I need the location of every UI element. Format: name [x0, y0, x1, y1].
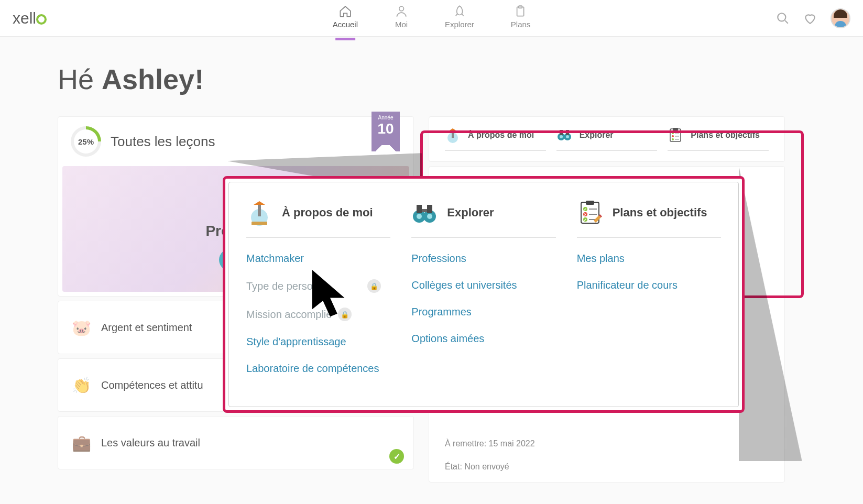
about-me-icon: [246, 200, 272, 226]
link-careers[interactable]: Professions: [411, 253, 555, 265]
tab-plans[interactable]: Plans et objectifs: [668, 127, 769, 151]
svg-point-25: [417, 214, 422, 219]
greeting-prefix: Hé: [58, 63, 102, 95]
binoculars-icon: [411, 200, 438, 226]
nav-plans-label: Plans: [511, 20, 531, 29]
callout-wedge: [739, 168, 802, 461]
heart-icon[interactable]: [803, 12, 817, 25]
main-nav: Accueil Moi Explorer Plans: [333, 5, 531, 32]
tab-label: Explorer: [580, 130, 614, 140]
binoculars-icon: [556, 127, 572, 143]
ribbon-year: 10: [372, 122, 400, 136]
tab-about[interactable]: À propos de moi: [445, 127, 546, 151]
link-my-plans[interactable]: Mes plans: [577, 253, 721, 265]
svg-text:✓: ✓: [584, 207, 587, 211]
tab-explore[interactable]: Explorer: [556, 127, 658, 151]
svg-point-26: [427, 214, 432, 219]
lesson-row-values[interactable]: 💼 Les valeurs au travail ✓: [58, 416, 414, 469]
logo: xell: [13, 9, 47, 27]
person-icon: [395, 5, 408, 18]
top-right: [776, 8, 850, 28]
lesson-label: Argent et sentiment: [101, 322, 192, 334]
rocket-icon: [453, 5, 466, 18]
about-me-icon: [445, 127, 461, 143]
svg-rect-5: [452, 129, 454, 138]
link-colleges[interactable]: Collèges et universités: [411, 279, 555, 291]
lock-icon: 🔒: [367, 279, 381, 293]
mega-heading: Plans et objectifs: [613, 206, 707, 220]
svg-rect-11: [566, 130, 569, 135]
nav-plans[interactable]: Plans: [511, 5, 531, 32]
mega-heading: Explorer: [447, 206, 494, 220]
ribbon-label: Année: [372, 115, 400, 120]
nav-me-label: Moi: [395, 20, 408, 29]
svg-point-14: [672, 132, 674, 134]
clap-icon: 👏: [71, 375, 92, 396]
svg-rect-22: [252, 222, 267, 225]
link-course-planner[interactable]: Planificateur de cours: [577, 279, 721, 291]
mega-col-plans: ✓✕✓ Plans et objectifs Mes plans Planifi…: [577, 200, 721, 389]
progress-ring: 25%: [71, 126, 101, 157]
status: État: Non envoyé: [429, 459, 784, 482]
svg-point-3: [778, 13, 785, 21]
svg-text:✓: ✓: [584, 218, 587, 222]
progress-pct: 25%: [78, 137, 94, 146]
avatar[interactable]: [831, 8, 850, 28]
logo-o-icon: [36, 14, 47, 25]
year-ribbon: Année 10: [372, 112, 400, 145]
link-learning-style[interactable]: Style d'apprentissage: [246, 336, 390, 348]
tabs-card: À propos de moi Explorer Plans et object…: [429, 116, 785, 162]
nav-explore-label: Explorer: [445, 20, 474, 29]
svg-point-8: [560, 135, 563, 138]
link-skills-lab[interactable]: Laboratoire de compétences: [246, 363, 390, 375]
tab-label: À propos de moi: [468, 130, 534, 140]
nav-home[interactable]: Accueil: [333, 5, 358, 32]
nav-explore[interactable]: Explorer: [445, 5, 474, 32]
link-personality[interactable]: Type de perso 🔒: [246, 279, 390, 293]
greeting: Hé Ashley!: [58, 63, 805, 95]
svg-text:✕: ✕: [584, 213, 587, 216]
clipboard-icon: [514, 5, 528, 18]
mega-col-explore: Explorer Professions Collèges et univers…: [411, 200, 555, 389]
checklist-icon: [668, 127, 683, 143]
svg-rect-29: [422, 209, 427, 212]
svg-rect-13: [673, 128, 678, 130]
greeting-name: Ashley: [102, 63, 194, 95]
lock-icon: 🔒: [338, 308, 352, 321]
due-date: À remettre: 15 mai 2022: [429, 429, 784, 459]
mega-col-about: À propos de moi Matchmaker Type de perso…: [246, 200, 390, 389]
svg-point-0: [399, 6, 404, 11]
lesson-label: Les valeurs au travail: [101, 437, 200, 449]
check-icon: ✓: [389, 449, 404, 464]
home-icon: [338, 5, 352, 18]
piggy-bank-icon: 🐷: [71, 317, 92, 338]
link-programs[interactable]: Programmes: [411, 306, 555, 318]
svg-rect-28: [427, 205, 432, 213]
lessons-title: Toutes les leçons: [111, 134, 215, 150]
link-liked[interactable]: Options aimées: [411, 333, 555, 345]
svg-point-9: [566, 135, 569, 138]
greeting-suffix: !: [194, 63, 204, 95]
link-mission[interactable]: Mission accomplie 🔒: [246, 308, 390, 321]
search-icon[interactable]: [776, 12, 790, 25]
svg-rect-10: [560, 130, 563, 135]
checklist-icon: ✓✕✓: [577, 200, 603, 226]
briefcase-icon: 💼: [71, 432, 92, 453]
svg-rect-27: [417, 205, 422, 213]
nav-home-label: Accueil: [333, 20, 358, 29]
mega-menu: À propos de moi Matchmaker Type de perso…: [223, 176, 745, 413]
lesson-label: Compétences et attitu: [101, 379, 203, 391]
svg-point-16: [672, 138, 674, 140]
top-bar: xell Accueil Moi Explorer Plans: [0, 0, 863, 37]
tab-label: Plans et objectifs: [691, 130, 760, 140]
svg-point-15: [672, 135, 674, 137]
nav-me[interactable]: Moi: [395, 5, 408, 32]
link-matchmaker[interactable]: Matchmaker: [246, 253, 390, 265]
mega-heading: À propos de moi: [282, 206, 373, 220]
svg-rect-31: [586, 201, 594, 205]
